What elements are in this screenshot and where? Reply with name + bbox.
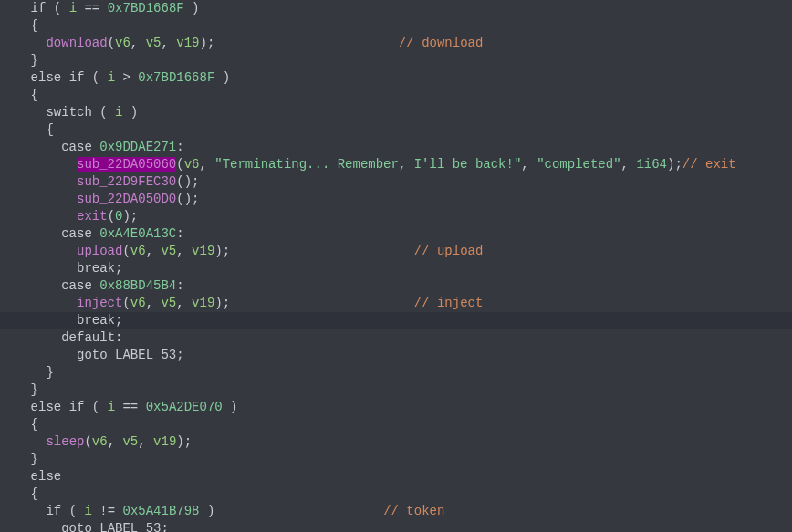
code-line: else bbox=[0, 469, 61, 484]
code-line: sub_22D9FEC30(); bbox=[0, 174, 199, 189]
code-line: case 0x9DDAE271: bbox=[0, 140, 184, 154]
code-line: sub_22DA050D0(); bbox=[0, 192, 199, 206]
code-line: switch ( i ) bbox=[0, 105, 138, 120]
code-line: else if ( i > 0x7BD1668F ) bbox=[0, 70, 230, 85]
cursor-line: break; bbox=[0, 312, 792, 329]
code-line: if ( i != 0x5A41B798 ) // token bbox=[0, 504, 444, 518]
code-line: else if ( i == 0x5A2DE070 ) bbox=[0, 400, 238, 414]
code-line: } bbox=[0, 365, 54, 380]
code-line: exit(0); bbox=[0, 209, 138, 224]
code-line: { bbox=[0, 88, 38, 102]
code-line: sub_22DA05060(v6, "Terminating... Rememb… bbox=[0, 157, 736, 172]
code-line: default: bbox=[0, 330, 122, 345]
code-line: { bbox=[0, 417, 38, 432]
code-line: } bbox=[0, 452, 38, 466]
code-line: case 0x88BD45B4: bbox=[0, 278, 184, 293]
code-line: download(v6, v5, v19); // download bbox=[0, 36, 483, 50]
code-line: { bbox=[0, 486, 38, 501]
code-line: } bbox=[0, 53, 38, 68]
code-line: inject(v6, v5, v19); // inject bbox=[0, 296, 483, 310]
code-line: { bbox=[0, 18, 38, 33]
code-line: if ( i == 0x7BD1668F ) bbox=[0, 1, 200, 16]
code-line: goto LABEL_53; bbox=[0, 348, 184, 362]
code-line: break; bbox=[0, 261, 122, 276]
code-line: sleep(v6, v5, v19); bbox=[0, 434, 192, 449]
highlighted-symbol: sub_22DA05060 bbox=[77, 157, 176, 172]
decompiler-view[interactable]: if ( i == 0x7BD1668F ) { download(v6, v5… bbox=[0, 0, 792, 532]
code-line: goto LABEL_53; bbox=[0, 521, 169, 532]
code-line: upload(v6, v5, v19); // upload bbox=[0, 244, 483, 258]
code-line: { bbox=[0, 122, 54, 137]
code-line: } bbox=[0, 382, 38, 397]
code-line: case 0xA4E0A13C: bbox=[0, 226, 184, 241]
